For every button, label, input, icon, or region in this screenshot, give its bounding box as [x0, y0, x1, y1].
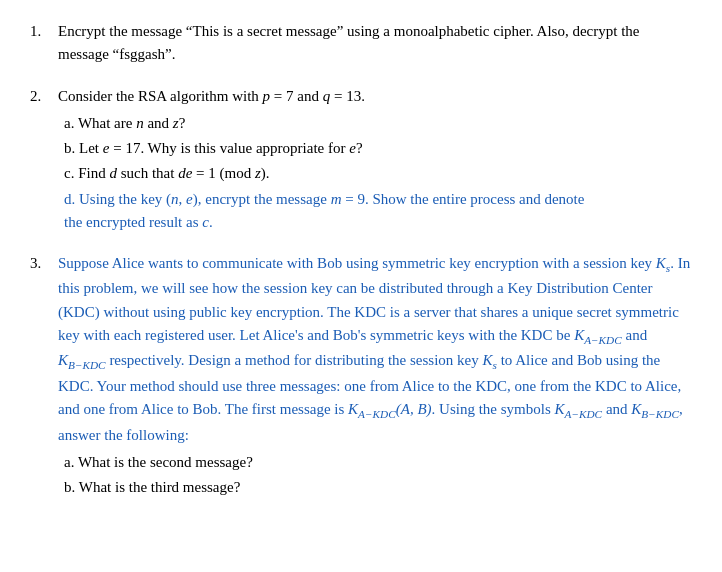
math-p: p	[263, 88, 271, 104]
problem-2c: c. Find d such that de = 1 (mod z).	[58, 162, 692, 185]
math-d-2c: d	[109, 165, 117, 181]
math-z-2a: z	[173, 115, 179, 131]
math-first-msg: KA−KDC(A, B)	[348, 401, 431, 417]
problem-2a: a. What are n and z?	[58, 112, 692, 135]
math-kb-kdc: KB−KDC	[58, 352, 106, 368]
math-ks-2: Ks	[483, 352, 497, 368]
problem-2d: d. Using the key (n, e), encrypt the mes…	[58, 188, 692, 235]
math-kb-kdc-2: KB−KDC	[631, 401, 679, 417]
math-ka-kdc: KA−KDC	[574, 327, 622, 343]
problem-item-3: Suppose Alice wants to communicate with …	[30, 252, 692, 499]
math-n-2a: n	[136, 115, 144, 131]
math-c-2d: c	[202, 214, 209, 230]
problem-3-para: Suppose Alice wants to communicate with …	[58, 252, 692, 447]
problem-list: Encrypt the message “This is a secret me…	[30, 20, 692, 499]
math-e-2b-2: e	[349, 140, 356, 156]
problem-1-text: Encrypt the message “This is a secret me…	[58, 23, 639, 62]
math-n-2d: n	[171, 191, 179, 207]
problem-item-1: Encrypt the message “This is a secret me…	[30, 20, 692, 67]
problem-2-content: Consider the RSA algorithm with p = 7 an…	[58, 85, 692, 235]
problem-1-content: Encrypt the message “This is a secret me…	[58, 20, 692, 67]
math-de-2c: de	[178, 165, 192, 181]
problem-2b: b. Let e = 17. Why is this value appropr…	[58, 137, 692, 160]
problem-3a: a. What is the second message?	[58, 451, 692, 474]
math-m-2d: m	[331, 191, 342, 207]
problem-item-2: Consider the RSA algorithm with p = 7 an…	[30, 85, 692, 235]
problem-number-3	[30, 252, 58, 499]
problem-3-content: Suppose Alice wants to communicate with …	[58, 252, 692, 499]
math-e-2d: e	[186, 191, 193, 207]
problem-number-2	[30, 85, 58, 235]
math-e-2b: e	[103, 140, 110, 156]
math-ks-1: Ks	[656, 255, 670, 271]
math-ka-kdc-2: KA−KDC	[555, 401, 603, 417]
problem-number-1	[30, 20, 58, 67]
math-q: q	[323, 88, 331, 104]
math-z-2c: z	[255, 165, 261, 181]
problem-2-intro: Consider the RSA algorithm with p = 7 an…	[58, 85, 692, 108]
problem-3b: b. What is the third message?	[58, 476, 692, 499]
